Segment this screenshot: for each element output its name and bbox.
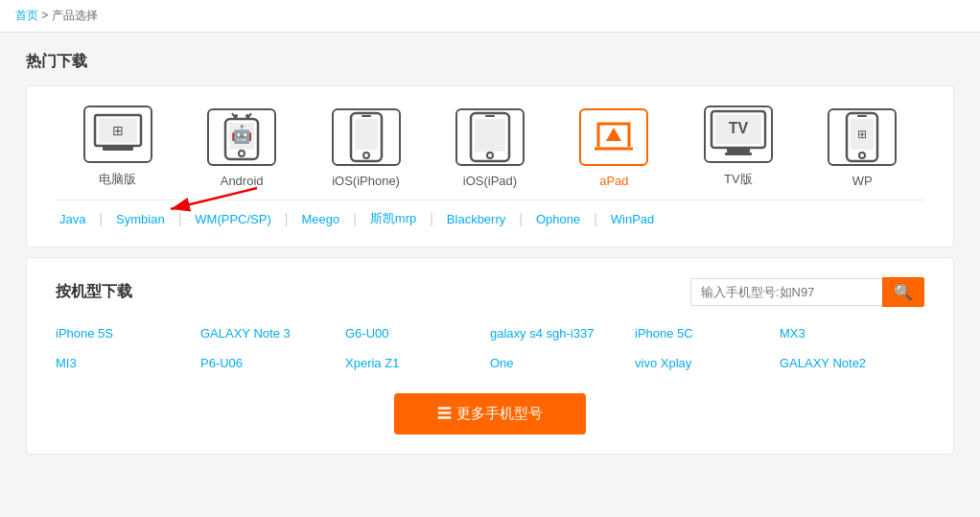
icon-item-iphone[interactable]: iOS(iPhone) xyxy=(304,108,428,188)
link-wm[interactable]: WM(PPC/SP) xyxy=(181,208,284,230)
svg-text:TV: TV xyxy=(729,120,749,136)
device-one[interactable]: One xyxy=(490,352,635,374)
svg-marker-21 xyxy=(606,128,621,141)
by-model-section: 按机型下载 🔍 iPhone 5S GALAXY Note 3 G6-U00 g… xyxy=(26,257,954,455)
device-iphone5c[interactable]: iPhone 5C xyxy=(635,322,780,344)
tv-icon: TV xyxy=(708,109,769,159)
device-galaxy-s4[interactable]: galaxy s4 sgh-i337 xyxy=(490,322,635,344)
link-blackberry[interactable]: Blackberry xyxy=(433,208,519,230)
pc-icon: ⊞ xyxy=(93,113,143,155)
icon-label-iphone: iOS(iPhone) xyxy=(332,174,400,188)
device-p6u06[interactable]: P6-U06 xyxy=(200,352,345,374)
search-button[interactable]: 🔍 xyxy=(882,277,924,307)
link-row: Java | Symbian | WM(PPC/SP) | Meego | 斯凯… xyxy=(56,200,924,231)
icon-box-apad xyxy=(579,108,648,166)
svg-point-15 xyxy=(363,153,369,158)
device-galaxy-note3[interactable]: GALAXY Note 3 xyxy=(200,322,345,344)
device-galaxy-note2[interactable]: GALAXY Note2 xyxy=(780,352,924,374)
search-box: 🔍 xyxy=(690,277,924,307)
svg-text:⊞: ⊞ xyxy=(857,128,867,141)
android-icon: 🤖 xyxy=(222,111,261,163)
link-meego[interactable]: Meego xyxy=(288,208,353,230)
icon-box-iphone xyxy=(332,108,401,166)
svg-rect-25 xyxy=(727,148,750,153)
apad-icon xyxy=(593,116,635,158)
iphone-icon xyxy=(349,111,384,163)
device-mi3[interactable]: MI3 xyxy=(56,352,200,374)
wp-icon: ⊞ xyxy=(845,111,879,163)
link-winpad[interactable]: WinPad xyxy=(597,208,668,230)
icon-box-android: 🤖 xyxy=(207,108,276,166)
icon-box-pc: ⊞ xyxy=(83,106,152,163)
svg-point-30 xyxy=(859,153,865,158)
ipad-icon xyxy=(469,111,511,163)
icon-item-pc[interactable]: ⊞ 电脑版 xyxy=(56,106,179,188)
icon-item-ipad[interactable]: iOS(iPad) xyxy=(428,108,551,188)
icon-label-pc: 电脑版 xyxy=(99,171,136,188)
search-input[interactable] xyxy=(690,278,882,306)
icon-box-ipad xyxy=(455,108,525,166)
link-ophone[interactable]: Ophone xyxy=(523,208,594,230)
icon-item-apad[interactable]: aPad xyxy=(552,108,676,188)
icon-item-android[interactable]: 🤖 Android xyxy=(179,108,303,188)
icon-item-tv[interactable]: TV TV版 xyxy=(676,106,800,188)
icon-label-ipad: iOS(iPad) xyxy=(463,174,517,188)
icon-label-tv: TV版 xyxy=(724,171,753,188)
device-vivo-xplay[interactable]: vivo Xplay xyxy=(635,352,780,374)
links-area: Java | Symbian | WM(PPC/SP) | Meego | 斯凯… xyxy=(56,200,924,231)
breadcrumb: 首页 > 产品选择 xyxy=(0,0,980,33)
section-title-model: 按机型下载 xyxy=(56,282,132,302)
device-grid: iPhone 5S GALAXY Note 3 G6-U00 galaxy s4… xyxy=(56,322,924,374)
svg-text:🤖: 🤖 xyxy=(231,124,253,145)
svg-rect-14 xyxy=(362,115,371,117)
device-iphone5s[interactable]: iPhone 5S xyxy=(56,322,200,344)
svg-point-6 xyxy=(239,151,245,156)
icon-label-android: Android xyxy=(221,174,264,188)
svg-rect-26 xyxy=(725,153,752,155)
breadcrumb-separator: > xyxy=(41,9,51,22)
svg-point-19 xyxy=(487,153,493,158)
icon-row: ⊞ 电脑版 🤖 xyxy=(56,106,924,188)
svg-rect-3 xyxy=(103,146,133,151)
more-models-button[interactable]: ☰ 更多手机型号 xyxy=(394,393,586,435)
icon-box-tv: TV xyxy=(704,106,773,163)
svg-rect-29 xyxy=(857,115,867,117)
bottom-header: 按机型下载 🔍 xyxy=(56,277,924,307)
icon-label-wp: WP xyxy=(852,174,873,188)
svg-rect-13 xyxy=(355,119,378,150)
link-skymrp[interactable]: 斯凯mrp xyxy=(357,206,430,231)
breadcrumb-home[interactable]: 首页 xyxy=(15,9,38,22)
svg-point-9 xyxy=(234,114,238,118)
link-java[interactable]: Java xyxy=(56,208,99,230)
svg-text:⊞: ⊞ xyxy=(112,123,124,138)
icon-item-wp[interactable]: ⊞ WP xyxy=(801,108,924,188)
hot-download-box: ⊞ 电脑版 🤖 xyxy=(26,85,954,247)
breadcrumb-current: 产品选择 xyxy=(52,9,98,22)
svg-point-10 xyxy=(245,114,249,118)
section-title-hot: 热门下载 xyxy=(26,52,954,72)
device-g6u00[interactable]: G6-U00 xyxy=(345,322,490,344)
device-mx3[interactable]: MX3 xyxy=(780,322,924,344)
device-xperia-z1[interactable]: Xperia Z1 xyxy=(345,352,490,374)
svg-rect-18 xyxy=(485,115,495,117)
icon-box-wp: ⊞ xyxy=(828,108,897,166)
link-symbian[interactable]: Symbian xyxy=(103,208,178,230)
icon-label-apad: aPad xyxy=(599,174,628,188)
svg-rect-17 xyxy=(475,119,505,152)
